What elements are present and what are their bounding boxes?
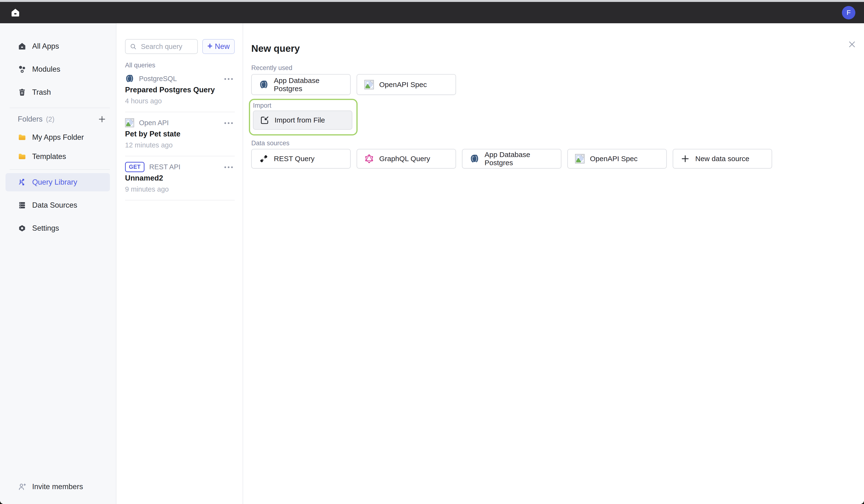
query-timestamp: 4 hours ago bbox=[125, 96, 235, 106]
plus-icon bbox=[680, 154, 690, 163]
search-box bbox=[125, 39, 198, 54]
import-label: Import bbox=[253, 102, 353, 109]
query-title: Pet by Pet state bbox=[125, 130, 235, 138]
plus-icon: + bbox=[207, 41, 213, 51]
import-section-highlight: Import Import from File bbox=[249, 99, 358, 135]
image-placeholder-icon bbox=[125, 118, 134, 127]
data-source-openapi-spec[interactable]: OpenAPI Spec bbox=[567, 149, 667, 169]
sidebar-item-my-apps-folder[interactable]: My Apps Folder bbox=[5, 128, 110, 147]
sidebar-item-data-sources[interactable]: Data Sources bbox=[5, 196, 110, 214]
http-method-badge: GET bbox=[125, 162, 144, 172]
app-window: F All Apps Modules Trash Folders (2) bbox=[0, 0, 864, 504]
data-source-rest-query[interactable]: REST Query bbox=[251, 149, 351, 169]
card-label: App Database Postgres bbox=[274, 76, 345, 93]
card-label: New data source bbox=[695, 155, 749, 163]
data-source-app-database-postgres[interactable]: App Database Postgres bbox=[462, 149, 561, 169]
sidebar-item-label: My Apps Folder bbox=[32, 133, 84, 142]
query-title: Prepared Postgres Query bbox=[125, 85, 235, 95]
topbar: F bbox=[0, 2, 864, 23]
invite-members-button[interactable]: Invite members bbox=[5, 482, 110, 492]
query-list-item[interactable]: Open API Pet by Pet state 12 minutes ago bbox=[125, 118, 235, 150]
import-from-file-button[interactable]: Import from File bbox=[253, 111, 352, 130]
invite-user-icon bbox=[18, 482, 27, 491]
query-timestamp: 12 minutes ago bbox=[125, 140, 235, 150]
query-list-panel: + New All queries PostgreSQL Prepared Po… bbox=[117, 23, 243, 504]
card-label: OpenAPI Spec bbox=[379, 81, 427, 89]
query-type-label: Open API bbox=[139, 119, 169, 127]
card-label: OpenAPI Spec bbox=[590, 155, 637, 163]
home-icon bbox=[18, 42, 26, 51]
query-type-label: REST API bbox=[149, 163, 180, 171]
card-label: REST Query bbox=[274, 155, 315, 163]
query-title: Unnamed2 bbox=[125, 174, 235, 183]
query-type-label: PostgreSQL bbox=[139, 75, 177, 83]
item-menu-button[interactable] bbox=[224, 77, 234, 81]
import-from-file-label: Import from File bbox=[275, 116, 325, 124]
all-queries-label: All queries bbox=[125, 62, 235, 68]
card-label: App Database Postgres bbox=[484, 150, 556, 167]
sidebar-item-templates[interactable]: Templates bbox=[5, 147, 110, 166]
recently-used-openapi-spec[interactable]: OpenAPI Spec bbox=[357, 74, 456, 95]
sidebar-item-label: Settings bbox=[32, 224, 59, 233]
sidebar-item-query-library[interactable]: Query Library bbox=[5, 173, 110, 191]
query-timestamp: 9 minutes ago bbox=[125, 185, 235, 194]
folders-label: Folders bbox=[18, 115, 43, 123]
query-list-item[interactable]: GET REST API Unnamed2 9 minutes ago bbox=[125, 162, 235, 194]
sidebar-item-label: Modules bbox=[32, 65, 60, 74]
import-file-icon bbox=[260, 115, 269, 125]
rest-plug-icon bbox=[259, 154, 268, 163]
search-icon bbox=[129, 43, 137, 50]
settings-icon bbox=[18, 224, 26, 233]
folder-icon bbox=[18, 152, 26, 161]
trash-icon bbox=[18, 88, 26, 97]
recently-used-app-database-postgres[interactable]: App Database Postgres bbox=[251, 74, 351, 95]
list-divider bbox=[125, 156, 235, 156]
search-input[interactable] bbox=[141, 42, 194, 51]
add-folder-button[interactable] bbox=[98, 115, 106, 123]
folders-count: (2) bbox=[46, 115, 54, 123]
sidebar-item-settings[interactable]: Settings bbox=[5, 219, 110, 237]
user-avatar[interactable]: F bbox=[842, 6, 855, 20]
new-query-button-label: New bbox=[215, 42, 230, 51]
window-top-strip bbox=[0, 0, 864, 2]
postgresql-icon bbox=[470, 154, 479, 163]
image-placeholder-icon bbox=[575, 154, 585, 163]
list-divider bbox=[125, 200, 235, 200]
data-sources-label: Data sources bbox=[251, 139, 856, 146]
invite-members-label: Invite members bbox=[32, 482, 83, 491]
folder-icon bbox=[18, 133, 26, 142]
item-menu-button[interactable] bbox=[224, 121, 234, 125]
close-icon[interactable] bbox=[848, 40, 856, 49]
graphql-icon bbox=[364, 154, 374, 163]
new-query-panel: New query Recently used App Database Pos… bbox=[243, 23, 864, 504]
sidebar-item-label: Query Library bbox=[32, 178, 77, 186]
new-query-button[interactable]: + New bbox=[202, 39, 235, 54]
modules-icon bbox=[18, 65, 26, 74]
home-icon bbox=[10, 8, 20, 18]
sidebar-item-label: All Apps bbox=[32, 42, 59, 51]
sidebar-item-all-apps[interactable]: All Apps bbox=[5, 37, 110, 56]
sidebar-item-label: Templates bbox=[32, 152, 66, 161]
folders-header: Folders (2) bbox=[5, 114, 106, 124]
recently-used-label: Recently used bbox=[251, 64, 856, 71]
item-menu-button[interactable] bbox=[224, 165, 234, 169]
home-button[interactable] bbox=[9, 6, 22, 20]
query-library-icon bbox=[18, 178, 26, 186]
sidebar-item-label: Data Sources bbox=[32, 201, 77, 210]
database-icon bbox=[18, 201, 26, 210]
page-title: New query bbox=[251, 44, 856, 53]
new-data-source-button[interactable]: New data source bbox=[673, 149, 772, 169]
postgresql-icon bbox=[259, 80, 268, 89]
sidebar-item-label: Trash bbox=[32, 88, 51, 97]
sidebar-divider bbox=[10, 169, 110, 170]
card-label: GraphQL Query bbox=[379, 155, 430, 163]
image-placeholder-icon bbox=[364, 80, 374, 89]
data-source-graphql-query[interactable]: GraphQL Query bbox=[357, 149, 456, 169]
sidebar: All Apps Modules Trash Folders (2) My Ap… bbox=[0, 23, 117, 504]
sidebar-divider bbox=[10, 108, 110, 108]
postgresql-icon bbox=[125, 74, 134, 83]
sidebar-item-trash[interactable]: Trash bbox=[5, 83, 110, 101]
query-list-item[interactable]: PostgreSQL Prepared Postgres Query 4 hou… bbox=[125, 74, 235, 106]
sidebar-item-modules[interactable]: Modules bbox=[5, 60, 110, 78]
list-divider bbox=[125, 112, 235, 112]
